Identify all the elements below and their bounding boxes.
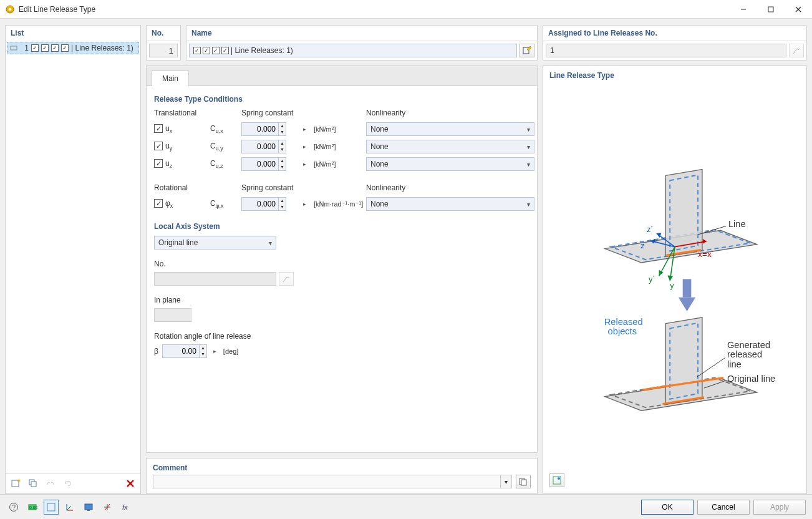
svg-rect-60 — [47, 503, 55, 511]
svg-text:line: line — [727, 359, 742, 369]
no-header: No. — [147, 26, 180, 41]
new-item-button[interactable]: ✶ — [8, 476, 23, 491]
svg-marker-39 — [679, 298, 695, 311]
assigned-value: 1 — [546, 44, 786, 57]
phix-checkbox[interactable]: ✓ — [154, 199, 163, 208]
sidebar: List 1 ✓ ✓ ✓ ✓ | Line Releases: 1) ✶ — [5, 25, 141, 494]
spinner-buttons[interactable]: ▲▼ — [279, 157, 286, 171]
local-no-label: No. — [154, 260, 529, 268]
assigned-panel: Assigned to Line Releases No. 1 — [543, 25, 807, 61]
cux-menu[interactable]: ▸ — [300, 122, 309, 136]
diagram-header: Line Release Type — [547, 70, 803, 81]
svg-text:✶: ✶ — [16, 478, 21, 484]
release-conditions-title: Release Type Conditions — [154, 95, 529, 104]
beta-menu[interactable]: ▸ — [211, 344, 220, 358]
function-button[interactable]: fx — [118, 500, 133, 515]
spinner-buttons[interactable]: ▲▼ — [200, 344, 207, 358]
uy-nonlinearity-select[interactable]: None▾ — [366, 140, 534, 153]
link-button[interactable] — [43, 476, 58, 491]
list-item[interactable]: 1 ✓ ✓ ✓ ✓ | Line Releases: 1) — [7, 42, 139, 54]
app-icon — [5, 4, 15, 14]
comment-input[interactable] — [153, 475, 501, 488]
svg-text:y´: y´ — [649, 275, 655, 284]
cuy-label: Cu,y — [210, 142, 239, 152]
delete-button[interactable] — [123, 476, 138, 491]
no-panel: No. — [146, 25, 181, 61]
uz-checkbox[interactable]: ✓ — [154, 159, 163, 168]
spinner-buttons[interactable]: ▲▼ — [279, 197, 286, 211]
svg-rect-65 — [87, 510, 90, 511]
cux-unit: [kN/m²] — [314, 125, 364, 133]
svg-line-63 — [67, 506, 71, 510]
svg-text:y: y — [670, 281, 674, 290]
footer: ? 0.00 fx OK Cancel Apply — [0, 494, 812, 519]
check-icon: ✓ — [221, 47, 229, 54]
spinner-buttons[interactable]: ▲▼ — [279, 140, 286, 153]
no-input[interactable] — [149, 44, 178, 57]
svg-text:Original line: Original line — [727, 374, 775, 384]
svg-text:fx: fx — [122, 503, 128, 511]
cuy-input[interactable] — [241, 140, 279, 153]
copy-item-button[interactable] — [26, 476, 41, 491]
spinner-buttons[interactable]: ▲▼ — [279, 122, 286, 136]
cuy-menu[interactable]: ▸ — [300, 140, 309, 153]
coord-button[interactable] — [100, 500, 115, 515]
uy-label: uy — [165, 142, 172, 150]
ux-nonlinearity-select[interactable]: None▾ — [366, 122, 534, 136]
local-no-input — [154, 272, 276, 286]
pick-assigned-button[interactable] — [789, 44, 804, 57]
ok-button[interactable]: OK — [641, 500, 694, 515]
sidebar-toolbar: ✶ — [5, 473, 141, 494]
minimize-button[interactable] — [730, 0, 757, 19]
svg-text:objects: objects — [608, 326, 637, 336]
phix-nonlinearity-select[interactable]: None▾ — [366, 197, 534, 211]
help-button[interactable]: ? — [6, 500, 21, 515]
name-input[interactable]: ✓ ✓ ✓ ✓ | Line Releases: 1) — [189, 44, 517, 57]
cuz-menu[interactable]: ▸ — [300, 157, 309, 171]
check-icon: ✓ — [193, 47, 201, 54]
name-panel: Name ✓ ✓ ✓ ✓ | Line Releases: 1) — [186, 25, 538, 61]
cphix-input[interactable] — [241, 197, 279, 211]
nonlinearity-header-2: Nonlinearity — [366, 183, 534, 192]
list-item-label: | Line Releases: 1) — [71, 44, 133, 52]
diagram-options-button[interactable] — [549, 473, 564, 487]
cux-input[interactable] — [241, 122, 279, 136]
maximize-button[interactable] — [757, 0, 785, 19]
view-button[interactable] — [44, 500, 59, 515]
uy-checkbox[interactable]: ✓ — [154, 142, 163, 150]
svg-text:Line: Line — [728, 219, 746, 229]
refresh-button[interactable] — [60, 476, 75, 491]
svg-text:z´: z´ — [647, 225, 654, 234]
svg-rect-3 — [768, 7, 773, 12]
check-icon: ✓ — [41, 44, 49, 52]
beta-input[interactable] — [162, 344, 200, 358]
svg-rect-64 — [85, 504, 92, 510]
local-axis-title: Local Axis System — [154, 222, 529, 231]
diagram-panel: Line Release Type — [543, 65, 807, 494]
comment-library-button[interactable] — [516, 475, 531, 488]
svg-text:Released: Released — [604, 317, 643, 327]
cuz-input[interactable] — [241, 157, 279, 171]
axes-button[interactable] — [62, 500, 77, 515]
local-axis-select[interactable]: Original line▾ — [154, 236, 276, 250]
units-button[interactable]: 0.00 — [25, 500, 40, 515]
close-button[interactable] — [785, 0, 812, 19]
list-header: List — [6, 26, 140, 41]
tab-main[interactable]: Main — [152, 70, 189, 86]
pick-line-button[interactable] — [279, 272, 294, 286]
display-button[interactable] — [81, 500, 96, 515]
cuz-label: Cu,z — [210, 159, 239, 169]
assigned-header: Assigned to Line Releases No. — [543, 26, 806, 41]
edit-name-button[interactable] — [520, 44, 534, 57]
ux-checkbox[interactable]: ✓ — [154, 124, 163, 133]
diagram-area: Line x=x´ z´ z y´ y — [547, 81, 803, 471]
cancel-button[interactable]: Cancel — [697, 500, 750, 515]
uz-nonlinearity-select[interactable]: None▾ — [366, 157, 534, 171]
list-item-num: 1 — [20, 44, 29, 52]
cphix-menu[interactable]: ▸ — [300, 197, 309, 211]
svg-point-55 — [558, 477, 560, 480]
comment-dropdown[interactable]: ▾ — [501, 475, 512, 488]
svg-marker-28 — [667, 276, 673, 281]
apply-button[interactable]: Apply — [753, 500, 806, 515]
cuz-unit: [kN/m²] — [314, 160, 364, 168]
